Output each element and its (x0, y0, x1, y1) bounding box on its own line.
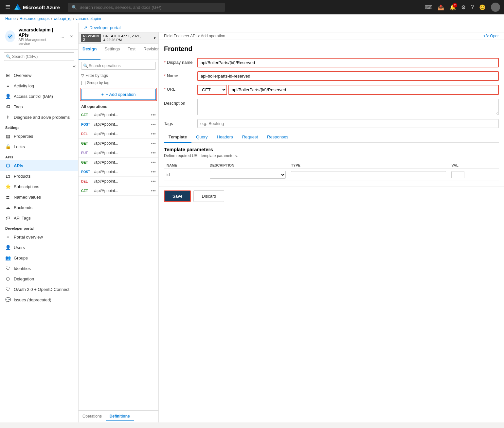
tab-settings[interactable]: Settings (100, 44, 124, 60)
sidebar-item-apis[interactable]: ⬡ APIs (0, 160, 78, 171)
sidebar-item-delegation[interactable]: ⬡ Delegation (0, 274, 78, 284)
template-params-desc: Define required URL template parameters. (164, 153, 499, 158)
hamburger-menu[interactable]: ☰ (4, 2, 12, 12)
subscriptions-icon: ⭐ (5, 184, 10, 189)
op-more-5[interactable]: ••• (151, 160, 156, 165)
op-item-3[interactable]: GET /api/Appoint... ••• (79, 139, 158, 148)
tab-test[interactable]: Test (124, 44, 139, 60)
param-type-input[interactable] (291, 171, 446, 178)
main-layout: vanarsdelapim | APIs API Management serv… (0, 23, 504, 422)
ops-bottom-tab-operations[interactable]: Operations (79, 412, 106, 421)
op-method-0: GET (81, 113, 92, 117)
cloud-shell-icon[interactable]: ⌨ (425, 4, 432, 10)
discard-button[interactable]: Discard (193, 190, 224, 202)
op-item-1[interactable]: POST /api/Appoint... ••• (79, 120, 158, 129)
sidebar-item-issues[interactable]: 💬 Issues (deprecated) (0, 294, 78, 305)
op-more-1[interactable]: ••• (151, 122, 156, 127)
op-more-8[interactable]: ••• (151, 188, 156, 193)
revision-bar: REVISION 2 CREATED Apr 1, 2021, 4:22:26 … (79, 32, 158, 44)
op-item-5[interactable]: GET /api/Appoint... ••• (79, 158, 158, 167)
tags-field: Tags (164, 119, 499, 128)
dev-portal-link[interactable]: ↗ Developer portal (79, 23, 504, 32)
delegation-icon: ⬡ (5, 276, 10, 281)
user-avatar[interactable] (491, 3, 500, 12)
breadcrumb-apim[interactable]: vanarsdelapim (76, 16, 101, 21)
sidebar-item-products[interactable]: 🗂 Products (0, 171, 78, 181)
ops-search-input[interactable] (81, 62, 156, 70)
url-method-select[interactable]: GET POST PUT DELETE PATCH (197, 85, 227, 95)
sidebar-item-subscriptions[interactable]: ⭐ Subscriptions (0, 181, 78, 192)
code-view-button[interactable]: </> Oper (483, 34, 499, 38)
more-options-button[interactable]: ... (61, 34, 64, 39)
sidebar-search-input[interactable] (4, 52, 74, 61)
breadcrumb-rg[interactable]: Resource groups (20, 16, 49, 21)
sub-tab-headers[interactable]: Headers (212, 132, 238, 143)
op-item-2[interactable]: DEL /api/Appoint... ••• (79, 129, 158, 139)
param-val-input[interactable] (451, 171, 464, 178)
tags-input[interactable] (197, 119, 499, 128)
op-item-7[interactable]: DEL /api/Appoint... ••• (79, 177, 158, 186)
sidebar-header: vanarsdelapim | APIs API Management serv… (0, 23, 78, 50)
sidebar-item-named-values[interactable]: ≣ Named values (0, 192, 78, 202)
notifications-icon[interactable]: 🔔 2 (449, 4, 456, 10)
op-more-6[interactable]: ••• (151, 169, 156, 174)
op-more-4[interactable]: ••• (151, 150, 156, 155)
group-by-tag-checkbox[interactable] (81, 81, 85, 85)
sub-tabs: Template Query Headers Request Responses (164, 132, 499, 143)
sidebar-item-oauth[interactable]: 🛡 OAuth 2.0 + OpenID Connect (0, 284, 78, 294)
sidebar-item-activity-log[interactable]: ≡ Activity log (0, 80, 78, 91)
close-button[interactable]: × (70, 33, 73, 39)
tags-icon: 🏷 (5, 104, 10, 109)
settings-icon[interactable]: ⚙ (461, 4, 466, 10)
op-item-6[interactable]: POST /api/Appoint... ••• (79, 167, 158, 177)
description-input[interactable] (197, 99, 499, 115)
op-more-2[interactable]: ••• (151, 131, 156, 136)
sidebar-item-groups[interactable]: 👥 Groups (0, 253, 78, 263)
op-item-4[interactable]: PUT /api/Appoint... ••• (79, 148, 158, 158)
tab-design[interactable]: Design (79, 44, 100, 60)
revision-chevron-icon[interactable]: ▾ (154, 36, 156, 40)
sidebar-item-identities[interactable]: 🛡 Identities (0, 263, 78, 274)
help-icon[interactable]: ? (471, 4, 474, 10)
portal-feedback-icon[interactable]: 📤 (438, 4, 444, 10)
sidebar-item-diagnose[interactable]: ⚕ Diagnose and solve problems (0, 112, 78, 122)
sidebar-item-backends[interactable]: ☁ Backends (0, 202, 78, 213)
sub-tab-query[interactable]: Query (191, 132, 212, 143)
global-search-input[interactable] (80, 5, 221, 10)
sidebar-item-users[interactable]: 👤 Users (0, 242, 78, 253)
sidebar-collapse-button[interactable]: « (0, 63, 78, 70)
sidebar-item-tags[interactable]: 🏷 Tags (0, 101, 78, 112)
sidebar-item-overview[interactable]: ⊞ Overview (0, 70, 78, 80)
sub-tab-request[interactable]: Request (238, 132, 262, 143)
breadcrumb-webapi[interactable]: webapi_rg (53, 16, 71, 21)
sidebar: vanarsdelapim | APIs API Management serv… (0, 23, 79, 422)
display-name-input[interactable] (197, 58, 499, 67)
sidebar-item-api-tags[interactable]: 🏷 API Tags (0, 213, 78, 223)
sub-tab-responses[interactable]: Responses (262, 132, 293, 143)
sidebar-item-iam[interactable]: 👤 Access control (IAM) (0, 91, 78, 101)
add-operation-button[interactable]: + + Add operation (81, 89, 156, 100)
op-more-0[interactable]: ••• (151, 112, 156, 117)
url-path-input[interactable] (228, 85, 499, 95)
global-search-bar[interactable]: 🔍 (68, 3, 225, 12)
op-item-8[interactable]: GET /api/Appoint... ••• (79, 186, 158, 196)
breadcrumb-home[interactable]: Home (5, 16, 16, 21)
op-item-0[interactable]: GET /api/Appoint... ••• (79, 110, 158, 120)
name-input[interactable] (197, 71, 499, 81)
feedback-icon[interactable]: 😊 (479, 4, 486, 10)
param-description-select[interactable] (210, 171, 286, 179)
sub-tab-template[interactable]: Template (164, 132, 191, 143)
ops-search: 🔍 (79, 60, 158, 72)
sidebar-item-locks[interactable]: 🔒 Locks (0, 141, 78, 152)
ops-tabs: Design Settings Test Revisions Change lo… (79, 44, 158, 60)
ops-bottom-tab-definitions[interactable]: Definitions (106, 412, 134, 421)
col-type: TYPE (288, 162, 449, 169)
sidebar-item-portal-overview[interactable]: ≡ Portal overview (0, 232, 78, 242)
action-bar: Save Discard (159, 186, 504, 206)
group-by-tag[interactable]: Group by tag (79, 79, 158, 86)
op-more-7[interactable]: ••• (151, 179, 156, 184)
op-more-3[interactable]: ••• (151, 141, 156, 146)
save-button[interactable]: Save (164, 190, 191, 202)
filter-by-tags[interactable]: ▽ Filter by tags (79, 72, 158, 79)
sidebar-item-properties[interactable]: ▤ Properties (0, 131, 78, 141)
